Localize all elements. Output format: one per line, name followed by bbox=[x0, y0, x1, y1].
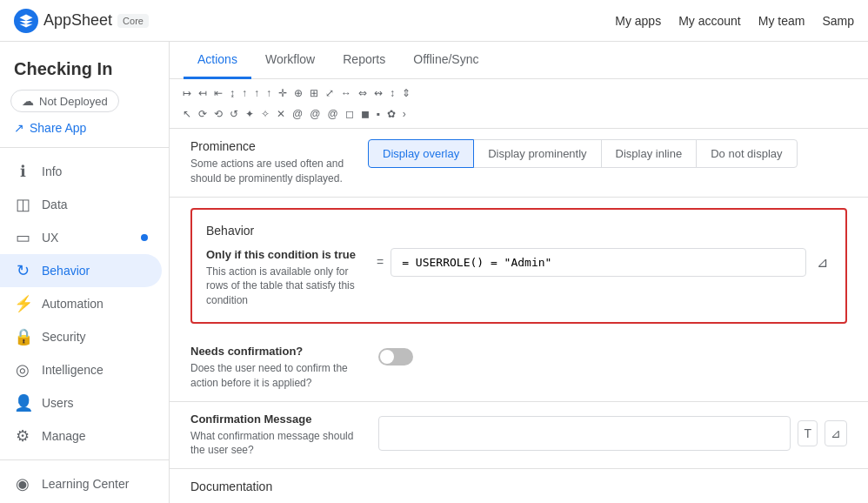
icon-cross[interactable]: ✛ bbox=[276, 85, 290, 101]
info-icon: ℹ bbox=[14, 162, 31, 181]
condition-input-row: = ⊿ bbox=[377, 248, 831, 277]
not-deployed-button[interactable]: ☁ Not Deployed bbox=[10, 90, 119, 112]
icon-cross3[interactable]: ⊞ bbox=[307, 85, 321, 101]
icon-move[interactable]: ⤢ bbox=[323, 85, 337, 101]
formula-icon-2[interactable]: ⊿ bbox=[825, 420, 847, 446]
icon-arrow-right[interactable]: ↦ bbox=[180, 85, 194, 101]
equals-sign: = bbox=[377, 255, 384, 269]
icon-cross2[interactable]: ⊕ bbox=[291, 85, 305, 101]
content-scroll: ↦ ↤ ⇤ ↨ ↑ ↑ ↑ ✛ ⊕ ⊞ ⤢ ↔ ⇔ ↭ ↕ ⇕ bbox=[170, 79, 868, 503]
cloud-off-icon: ☁ bbox=[22, 94, 34, 108]
formula-icon[interactable]: ⊿ bbox=[813, 251, 831, 274]
sidebar-item-manage[interactable]: ⚙ Manage bbox=[0, 419, 162, 453]
icon-vert2[interactable]: ⇕ bbox=[399, 85, 413, 101]
icon-sq2[interactable]: ◼ bbox=[358, 106, 372, 122]
automation-icon: ⚡ bbox=[14, 294, 31, 313]
topnav-myaccount[interactable]: My account bbox=[678, 14, 741, 28]
prominence-btn-inline[interactable]: Display inline bbox=[601, 139, 698, 168]
icon-at[interactable]: @ bbox=[290, 106, 305, 122]
icon-star[interactable]: ✦ bbox=[243, 106, 257, 122]
sidebar-item-security[interactable]: 🔒 Security bbox=[0, 320, 162, 353]
topnav-left: AppSheet Core bbox=[14, 9, 149, 33]
sidebar-label-ux: UX bbox=[42, 231, 129, 245]
icon-up2[interactable]: ↑ bbox=[239, 85, 250, 101]
text-format-icon[interactable]: T bbox=[798, 420, 818, 446]
topnav: AppSheet Core My apps My account My team… bbox=[0, 0, 868, 42]
tab-reports[interactable]: Reports bbox=[329, 42, 399, 79]
confirmation-input-row: T ⊿ bbox=[378, 416, 847, 451]
sidebar-label-info: Info bbox=[42, 164, 148, 178]
icon-nw[interactable]: ↖ bbox=[180, 106, 194, 122]
icon-row-2: ↖ ⟳ ⟲ ↺ ✦ ✧ ✕ @ @ @ ◻ ◼ ▪ ✿ › bbox=[180, 104, 858, 124]
tab-actions[interactable]: Actions bbox=[184, 42, 251, 79]
icon-rl[interactable]: ↭ bbox=[371, 85, 385, 101]
ux-icon: ▭ bbox=[14, 228, 31, 247]
sidebar-item-learning[interactable]: ◉ Learning Center bbox=[0, 467, 162, 500]
icon-x[interactable]: ✕ bbox=[274, 106, 288, 122]
icon-vert[interactable]: ↕ bbox=[387, 85, 397, 101]
prominence-btn-overlay[interactable]: Display overlay bbox=[368, 139, 474, 168]
prominence-section: Prominence Some actions are used often a… bbox=[170, 129, 868, 198]
icon-lr[interactable]: ↔ bbox=[338, 85, 354, 101]
sidebar-label-learning: Learning Center bbox=[42, 477, 148, 491]
sidebar-label-intelligence: Intelligence bbox=[42, 363, 148, 377]
tab-workflow[interactable]: Workflow bbox=[251, 42, 329, 79]
prominence-desc: Some actions are used often and should b… bbox=[190, 157, 347, 186]
needs-confirmation-toggle[interactable] bbox=[378, 348, 413, 366]
topnav-myapps[interactable]: My apps bbox=[615, 14, 661, 28]
icon-circ3[interactable]: ↺ bbox=[227, 106, 241, 122]
icon-at2[interactable]: @ bbox=[307, 106, 323, 122]
topnav-right: My apps My account My team Samp bbox=[615, 14, 854, 28]
tab-offline-sync[interactable]: Offline/Sync bbox=[399, 42, 492, 79]
icon-lr2[interactable]: ⇔ bbox=[356, 85, 370, 101]
icon-up4[interactable]: ↑ bbox=[264, 85, 274, 101]
sidebar-item-info[interactable]: ℹ Info bbox=[0, 155, 162, 188]
icon-down-bar[interactable]: ↨ bbox=[227, 85, 237, 101]
sidebar-label-data: Data bbox=[42, 198, 148, 211]
behavior-section: Behavior Only if this condition is true … bbox=[190, 208, 847, 324]
sidebar-label-automation: Automation bbox=[42, 297, 148, 311]
icon-arrow-left[interactable]: ↤ bbox=[196, 85, 210, 101]
security-icon: 🔒 bbox=[14, 327, 31, 346]
tabs-bar: Actions Workflow Reports Offline/Sync bbox=[170, 42, 868, 79]
icon-sq[interactable]: ◻ bbox=[343, 106, 357, 122]
sidebar: Checking In ☁ Not Deployed ↗ Share App ℹ… bbox=[0, 42, 170, 503]
sidebar-item-behavior[interactable]: ↻ Behavior bbox=[0, 254, 162, 287]
prominence-button-group: Display overlay Display prominently Disp… bbox=[368, 139, 798, 168]
logo-text: AppSheet bbox=[43, 11, 112, 30]
sidebar-item-ux[interactable]: ▭ UX bbox=[0, 221, 162, 254]
prominence-btn-none[interactable]: Do not display bbox=[696, 139, 797, 168]
sidebar-badge-row: ☁ Not Deployed bbox=[0, 86, 169, 116]
prominence-btn-prominent[interactable]: Display prominently bbox=[473, 139, 601, 168]
condition-row: Only if this condition is true This acti… bbox=[206, 248, 831, 308]
topnav-samp[interactable]: Samp bbox=[822, 14, 854, 28]
logo-badge: Core bbox=[117, 14, 149, 28]
icon-up-bar[interactable]: ⇤ bbox=[211, 85, 225, 101]
icon-gear2[interactable]: ✿ bbox=[384, 106, 398, 122]
icon-circ[interactable]: ⟳ bbox=[196, 106, 210, 122]
prominence-label-col: Prominence Some actions are used often a… bbox=[190, 139, 347, 186]
share-app-button[interactable]: ↗ Share App bbox=[0, 116, 169, 140]
share-icon: ↗ bbox=[14, 121, 24, 135]
topnav-myteam[interactable]: My team bbox=[758, 14, 805, 28]
prominence-row: Prominence Some actions are used often a… bbox=[190, 139, 847, 186]
confirmation-message-label: Confirmation Message bbox=[190, 412, 364, 426]
intelligence-icon: ◎ bbox=[14, 360, 31, 379]
sidebar-item-automation[interactable]: ⚡ Automation bbox=[0, 287, 162, 320]
behavior-title: Behavior bbox=[206, 224, 831, 238]
icon-sq3[interactable]: ▪ bbox=[374, 106, 383, 122]
icon-at3[interactable]: @ bbox=[324, 106, 340, 122]
main-layout: Checking In ☁ Not Deployed ↗ Share App ℹ… bbox=[0, 42, 868, 503]
icon-circ2[interactable]: ⟲ bbox=[211, 106, 225, 122]
icon-more[interactable]: › bbox=[400, 106, 409, 122]
icon-up3[interactable]: ↑ bbox=[251, 85, 262, 101]
confirmation-message-col: Confirmation Message What confirmation m… bbox=[190, 412, 364, 459]
sidebar-item-users[interactable]: 👤 Users bbox=[0, 386, 162, 419]
sidebar-item-data[interactable]: ◫ Data bbox=[0, 188, 162, 221]
content-area: Actions Workflow Reports Offline/Sync ↦ … bbox=[170, 42, 868, 503]
confirmation-message-input[interactable] bbox=[378, 416, 791, 451]
prominence-label: Prominence bbox=[190, 139, 347, 153]
condition-input[interactable] bbox=[391, 248, 806, 277]
icon-star2[interactable]: ✧ bbox=[258, 106, 272, 122]
sidebar-item-intelligence[interactable]: ◎ Intelligence bbox=[0, 353, 162, 386]
